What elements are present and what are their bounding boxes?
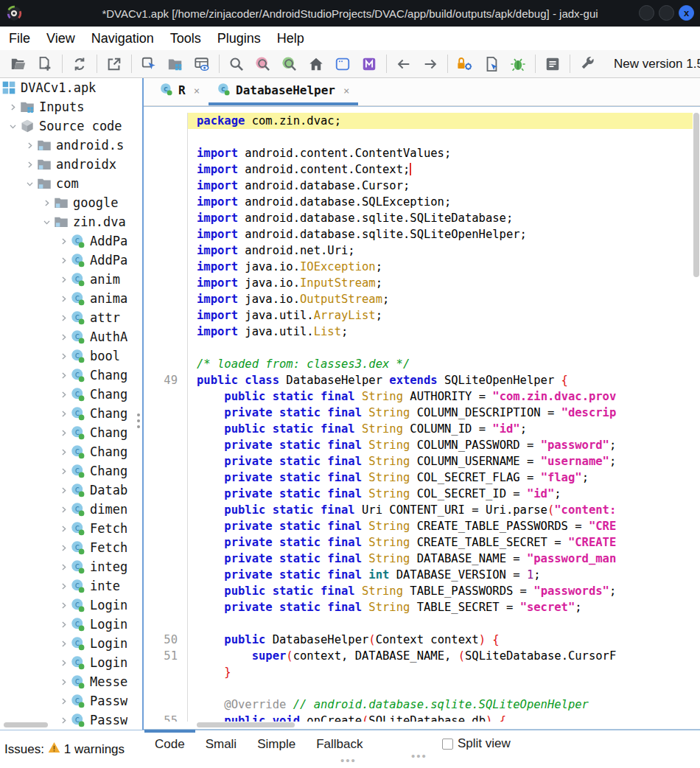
chevron-right-icon[interactable] bbox=[23, 158, 37, 171]
code-line[interactable]: 49public class DatabaseHelper extends SQ… bbox=[144, 372, 693, 388]
code-line[interactable]: import android.database.sqlite.SQLiteOpe… bbox=[144, 226, 693, 242]
code-line[interactable]: private static final String COLUMN_DESCR… bbox=[144, 405, 693, 421]
code-line[interactable]: 50 public DatabaseHelper(Context context… bbox=[144, 632, 693, 648]
menu-plugins[interactable]: Plugins bbox=[209, 27, 269, 50]
panel-splitter[interactable] bbox=[137, 413, 141, 428]
code-line[interactable]: @Override // android.database.sqlite.SQL… bbox=[144, 697, 693, 713]
preview-table-icon[interactable] bbox=[193, 55, 211, 73]
tree-item-messe[interactable]: cMesse bbox=[0, 672, 142, 691]
code-line[interactable]: private static final String DATABASE_NAM… bbox=[144, 551, 693, 567]
tab-close-icon[interactable]: × bbox=[194, 85, 200, 97]
tree-item-anima[interactable]: canima bbox=[0, 289, 142, 308]
code-line[interactable]: import android.database.Cursor; bbox=[144, 178, 693, 194]
search-class-icon[interactable] bbox=[254, 55, 272, 73]
code-line[interactable]: import android.database.SQLException; bbox=[144, 194, 693, 210]
chevron-right-icon[interactable] bbox=[57, 426, 71, 439]
tree-item-com[interactable]: com bbox=[0, 174, 142, 193]
chevron-down-icon[interactable] bbox=[40, 215, 54, 228]
code-line[interactable]: import java.util.ArrayList; bbox=[144, 307, 693, 324]
code-line[interactable]: public static final Uri CONTENT_URI = Ur… bbox=[144, 502, 693, 518]
tree-item-datab[interactable]: cDatab bbox=[0, 481, 142, 500]
chevron-right-icon[interactable] bbox=[57, 292, 71, 305]
chevron-right-icon[interactable] bbox=[57, 618, 71, 631]
minimize-button[interactable] bbox=[639, 5, 654, 21]
open-file-icon[interactable] bbox=[10, 55, 27, 73]
chevron-right-icon[interactable] bbox=[57, 273, 71, 286]
issues-status[interactable]: Issues: 1 warnings bbox=[4, 741, 125, 757]
code-line[interactable]: 51 super(context, DATABASE_NAME, (SQLite… bbox=[144, 648, 693, 664]
chevron-right-icon[interactable] bbox=[57, 369, 71, 382]
code-line[interactable]: import java.io.InputStream; bbox=[144, 275, 693, 291]
code-line[interactable]: import android.database.sqlite.SQLiteDat… bbox=[144, 210, 693, 226]
tree-item-chang[interactable]: cChang bbox=[0, 442, 142, 461]
tree-item-integ[interactable]: cinteg bbox=[0, 557, 142, 576]
inline-select-icon[interactable] bbox=[483, 55, 500, 73]
select-open-class-icon[interactable] bbox=[140, 55, 158, 73]
editor-horizontal-scrollbar[interactable] bbox=[197, 722, 295, 727]
code-line[interactable]: private static final int DATABASE_VERSIO… bbox=[144, 567, 693, 583]
code-line[interactable]: 55 public void onCreate(SQLiteDatabase d… bbox=[144, 713, 693, 722]
tab-close-icon[interactable]: × bbox=[343, 85, 349, 97]
tree-item-addpa[interactable]: cAddPa bbox=[0, 231, 142, 251]
preferences-icon[interactable] bbox=[578, 55, 596, 73]
drag-handle-dots[interactable]: ••• bbox=[340, 754, 357, 767]
chevron-right-icon[interactable] bbox=[57, 254, 71, 267]
chevron-right-icon[interactable] bbox=[57, 541, 71, 554]
menu-file[interactable]: File bbox=[1, 27, 38, 50]
maximize-button[interactable] bbox=[659, 5, 674, 21]
tree-item-androidx[interactable]: androidx bbox=[0, 155, 142, 174]
chevron-right-icon[interactable] bbox=[57, 349, 71, 363]
chevron-down-icon[interactable] bbox=[23, 177, 37, 190]
chevron-right-icon[interactable] bbox=[57, 484, 71, 497]
code-line[interactable]: import android.net.Uri; bbox=[144, 242, 693, 259]
code-line[interactable]: private static final String TABLE_SECRET… bbox=[144, 599, 693, 615]
editor-tab-databasehelper[interactable]: cDatabaseHelper× bbox=[209, 78, 358, 105]
code-line[interactable]: package com.zin.dvac; bbox=[144, 113, 693, 129]
search-text-icon[interactable] bbox=[228, 55, 245, 73]
code-line[interactable]: public static final String AUTHORITY = "… bbox=[144, 388, 693, 405]
tree-item-attr[interactable]: cattr bbox=[0, 308, 142, 327]
tree-horizontal-scrollbar[interactable] bbox=[4, 722, 48, 727]
tree-item-login[interactable]: cLogin bbox=[0, 596, 142, 615]
search-comment-icon[interactable] bbox=[281, 55, 298, 73]
tree-item-chang[interactable]: cChang bbox=[0, 461, 142, 481]
code-view[interactable]: package com.zin.dvac;import android.cont… bbox=[144, 107, 693, 722]
tree-item-login[interactable]: cLogin bbox=[0, 653, 142, 672]
view-tab-fallback[interactable]: Fallback bbox=[306, 730, 373, 758]
tree-item-autha[interactable]: cAuthA bbox=[0, 327, 142, 346]
chevron-right-icon[interactable] bbox=[57, 311, 71, 324]
chevron-right-icon[interactable] bbox=[57, 407, 71, 420]
chevron-right-icon[interactable] bbox=[6, 100, 20, 114]
code-line[interactable]: import android.content.Context; bbox=[144, 161, 693, 178]
chevron-right-icon[interactable] bbox=[57, 464, 71, 478]
code-line[interactable] bbox=[144, 615, 693, 632]
export-icon[interactable] bbox=[105, 55, 123, 73]
add-files-icon[interactable] bbox=[36, 55, 54, 73]
tree-item-zin-dva[interactable]: zin.dva bbox=[0, 212, 142, 231]
chevron-right-icon[interactable] bbox=[57, 637, 71, 650]
chevron-right-icon[interactable] bbox=[57, 713, 71, 727]
tree-item-inputs[interactable]: Inputs bbox=[0, 97, 142, 116]
code-line[interactable]: public static final String TABLE_PASSWOR… bbox=[144, 583, 693, 599]
tree-item-dimen[interactable]: cdimen bbox=[0, 500, 142, 519]
menu-help[interactable]: Help bbox=[269, 27, 312, 50]
close-button[interactable]: x bbox=[679, 5, 694, 21]
code-line[interactable]: /* loaded from: classes3.dex */ bbox=[144, 356, 693, 372]
tree-item-google[interactable]: google bbox=[0, 193, 142, 212]
tree-item-addpa[interactable]: cAddPa bbox=[0, 251, 142, 270]
code-line[interactable]: import java.util.List; bbox=[144, 324, 693, 340]
chevron-right-icon[interactable] bbox=[57, 234, 71, 248]
deobfuscation-icon[interactable] bbox=[456, 55, 474, 73]
nav-back-icon[interactable] bbox=[395, 55, 413, 73]
menu-tools[interactable]: Tools bbox=[162, 27, 209, 50]
code-line[interactable] bbox=[144, 680, 693, 697]
chevron-right-icon[interactable] bbox=[40, 196, 54, 209]
view-tab-code[interactable]: Code bbox=[144, 730, 195, 758]
debugger-icon[interactable] bbox=[509, 55, 527, 73]
tree-item-dvacv1-apk[interactable]: DVACv1.apk bbox=[0, 78, 142, 97]
drag-handle-dots[interactable]: ••• bbox=[411, 750, 427, 762]
view-tab-simple[interactable]: Simple bbox=[247, 730, 306, 758]
log-viewer-icon[interactable] bbox=[544, 55, 561, 73]
split-view-toggle[interactable]: Split view bbox=[442, 736, 511, 751]
tree-item-login[interactable]: cLogin bbox=[0, 634, 142, 653]
